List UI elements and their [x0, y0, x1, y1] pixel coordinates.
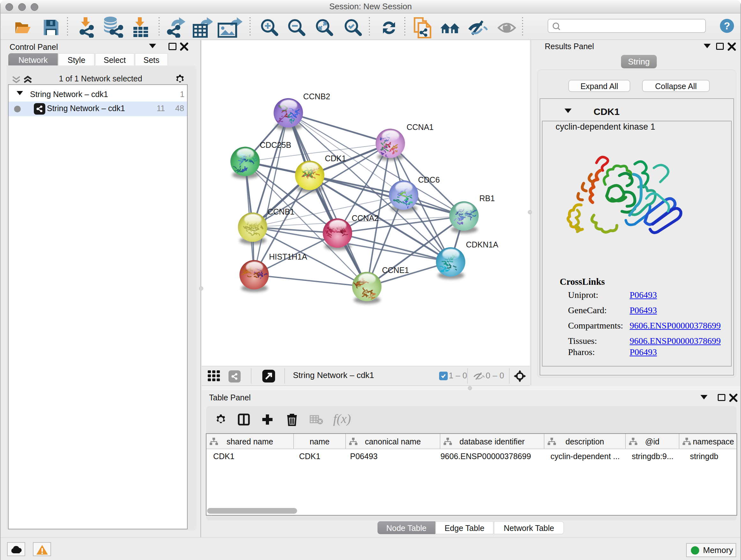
svg-text:CDK1: CDK1 — [325, 154, 346, 163]
svg-text:CCNA2: CCNA2 — [352, 213, 379, 223]
svg-text:CCNB1: CCNB1 — [267, 207, 294, 216]
svg-text:CCNE1: CCNE1 — [382, 266, 409, 274]
svg-text:CDC6: CDC6 — [418, 175, 440, 184]
svg-text:CCNB2: CCNB2 — [303, 92, 330, 101]
svg-text:CDKN1A: CDKN1A — [466, 240, 498, 249]
svg-text:CDC25B: CDC25B — [260, 140, 291, 149]
svg-text:RB1: RB1 — [479, 194, 495, 203]
svg-text:?: ? — [724, 20, 730, 32]
svg-text:CCNA1: CCNA1 — [407, 123, 434, 132]
svg-text:HIST1H1A: HIST1H1A — [269, 252, 307, 261]
